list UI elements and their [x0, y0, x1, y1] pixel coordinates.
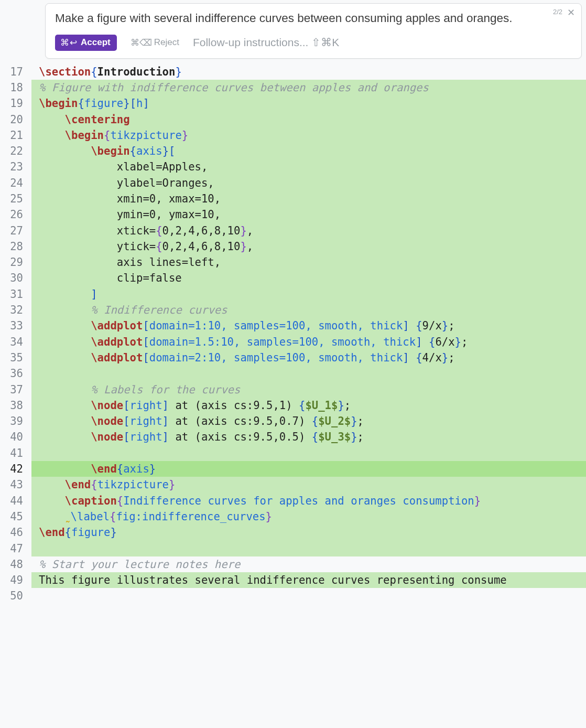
line-content[interactable]: \begin{axis}[	[31, 143, 586, 159]
line-number: 36	[0, 366, 31, 381]
code-line[interactable]: 17\section{Introduction}	[0, 64, 586, 80]
followup-hint[interactable]: Follow-up instructions... ⇧⌘K	[193, 36, 339, 49]
code-line[interactable]: 45 ˷\label{fig:indifference_curves}	[0, 509, 586, 524]
code-line[interactable]: 37 % Labels for the curves	[0, 382, 586, 398]
line-number: 47	[0, 541, 31, 556]
accept-button[interactable]: ⌘↩ Accept	[55, 35, 117, 51]
code-line[interactable]: 44 \caption{Indifference curves for appl…	[0, 493, 586, 509]
line-content[interactable]: \caption{Indifference curves for apples …	[31, 493, 586, 509]
token-bl: {	[299, 399, 305, 412]
line-content[interactable]: This figure illustrates several indiffer…	[31, 572, 586, 588]
line-content[interactable]: \begin{tikzpicture}	[31, 127, 586, 143]
code-line[interactable]: 42 \end{axis}	[0, 461, 586, 477]
line-content[interactable]	[31, 588, 586, 604]
code-line[interactable]: 22 \begin{axis}[	[0, 143, 586, 159]
close-icon[interactable]: ✕	[567, 7, 575, 18]
code-line[interactable]: 34 \addplot[domain=1.5:10, samples=100, …	[0, 334, 586, 350]
token-bl: ]	[143, 97, 149, 110]
code-line[interactable]: 20 \centering	[0, 112, 586, 127]
line-content[interactable]: \begin{figure}[h]	[31, 95, 586, 111]
token-bl: }	[351, 431, 357, 443]
token-plain	[39, 304, 91, 316]
code-line[interactable]: 35 \addplot[domain=2:10, samples=100, sm…	[0, 350, 586, 366]
line-content[interactable]: % Figure with indifference curves betwee…	[31, 80, 586, 95]
code-line[interactable]: 31 ]	[0, 286, 586, 302]
token-plain: ;	[357, 431, 364, 443]
code-editor[interactable]: 17\section{Introduction}18% Figure with …	[0, 64, 586, 604]
code-line[interactable]: 50	[0, 588, 586, 604]
token-bl: [	[169, 145, 175, 157]
code-line[interactable]: 23 xlabel=Apples,	[0, 159, 586, 175]
line-content[interactable]: ˷\label{fig:indifference_curves}	[31, 509, 586, 524]
line-content[interactable]: xtick={0,2,4,6,8,10},	[31, 223, 586, 239]
code-line[interactable]: 39 \node[right] at (axis cs:9.5,0.7) {$U…	[0, 413, 586, 429]
line-content[interactable]: \addplot[domain=1.5:10, samples=100, smo…	[31, 334, 586, 350]
line-content[interactable]: ylabel=Oranges,	[31, 175, 586, 191]
code-line[interactable]: 38 \node[right] at (axis cs:9.5,1) {$U_1…	[0, 398, 586, 413]
token-cmd: \addplot	[91, 336, 143, 348]
token-pr: }	[182, 129, 188, 142]
token-bl: ]	[162, 399, 169, 412]
line-content[interactable]: xmin=0, xmax=10,	[31, 191, 586, 207]
line-number: 50	[0, 588, 31, 604]
code-line[interactable]: 21 \begin{tikzpicture}	[0, 127, 586, 143]
code-line[interactable]: 28 ytick={0,2,4,6,8,10},	[0, 239, 586, 254]
code-line[interactable]: 48% Start your lecture notes here	[0, 556, 586, 572]
line-content[interactable]: % Indifference curves	[31, 302, 586, 318]
code-line[interactable]: 49This figure illustrates several indiff…	[0, 572, 586, 588]
line-number: 19	[0, 95, 31, 111]
code-line[interactable]: 43 \end{tikzpicture}	[0, 477, 586, 493]
code-line[interactable]: 19\begin{figure}[h]	[0, 95, 586, 111]
line-number: 45	[0, 509, 31, 524]
line-content[interactable]: ytick={0,2,4,6,8,10},	[31, 239, 586, 254]
line-content[interactable]: \node[right] at (axis cs:9.5,1) {$U_1$};	[31, 398, 586, 413]
code-line[interactable]: 40 \node[right] at (axis cs:9.5,0.5) {$U…	[0, 429, 586, 445]
token-cmd: \section	[39, 66, 91, 78]
code-line[interactable]: 46\end{figure}	[0, 524, 586, 540]
line-content[interactable]: clip=false	[31, 270, 586, 286]
line-number: 34	[0, 334, 31, 350]
line-content[interactable]: \section{Introduction}	[31, 64, 586, 80]
code-line[interactable]: 33 \addplot[domain=1:10, samples=100, sm…	[0, 318, 586, 334]
line-content[interactable]: \end{figure}	[31, 524, 586, 540]
code-line[interactable]: 36	[0, 366, 586, 381]
code-line[interactable]: 32 % Indifference curves	[0, 302, 586, 318]
line-content[interactable]	[31, 445, 586, 461]
code-line[interactable]: 25 xmin=0, xmax=10,	[0, 191, 586, 207]
line-content[interactable]	[31, 366, 586, 381]
line-content[interactable]: \node[right] at (axis cs:9.5,0.5) {$U_3$…	[31, 429, 586, 445]
code-line[interactable]: 27 xtick={0,2,4,6,8,10},	[0, 223, 586, 239]
line-content[interactable]	[31, 541, 586, 556]
token-plain: ;	[448, 319, 454, 332]
line-content[interactable]: xlabel=Apples,	[31, 159, 586, 175]
token-pr: }	[169, 478, 175, 491]
code-line[interactable]: 18% Figure with indifference curves betw…	[0, 80, 586, 95]
line-content[interactable]: ]	[31, 286, 586, 302]
reject-button[interactable]: ⌘⌫ Reject	[131, 37, 179, 48]
line-content[interactable]: \addplot[domain=1:10, samples=100, smoot…	[31, 318, 586, 334]
token-bl: }	[162, 145, 169, 157]
code-line[interactable]: 26 ymin=0, ymax=10,	[0, 207, 586, 222]
token-bl: {	[117, 463, 123, 475]
line-content[interactable]: % Start your lecture notes here	[31, 556, 586, 572]
token-arg: axis	[136, 145, 162, 157]
code-line[interactable]: 24 ylabel=Oranges,	[0, 175, 586, 191]
code-line[interactable]: 47	[0, 541, 586, 556]
line-content[interactable]: \centering	[31, 112, 586, 127]
line-content[interactable]: \end{tikzpicture}	[31, 477, 586, 493]
token-bl: [	[123, 415, 129, 427]
token-plain: xtick=	[39, 224, 156, 237]
line-content[interactable]: \end{axis}	[31, 461, 586, 477]
code-line[interactable]: 41	[0, 445, 586, 461]
token-plain	[39, 510, 65, 523]
code-line[interactable]: 30 clip=false	[0, 270, 586, 286]
line-content[interactable]: ymin=0, ymax=10,	[31, 207, 586, 222]
line-content[interactable]: axis lines=left,	[31, 254, 586, 270]
token-cmd: \centering	[65, 113, 130, 126]
line-content[interactable]: \node[right] at (axis cs:9.5,0.7) {$U_2$…	[31, 413, 586, 429]
token-cmd: \addplot	[91, 319, 143, 332]
line-content[interactable]: % Labels for the curves	[31, 382, 586, 398]
code-line[interactable]: 29 axis lines=left,	[0, 254, 586, 270]
line-content[interactable]: \addplot[domain=2:10, samples=100, smoot…	[31, 350, 586, 366]
token-plain: ,	[247, 240, 253, 253]
